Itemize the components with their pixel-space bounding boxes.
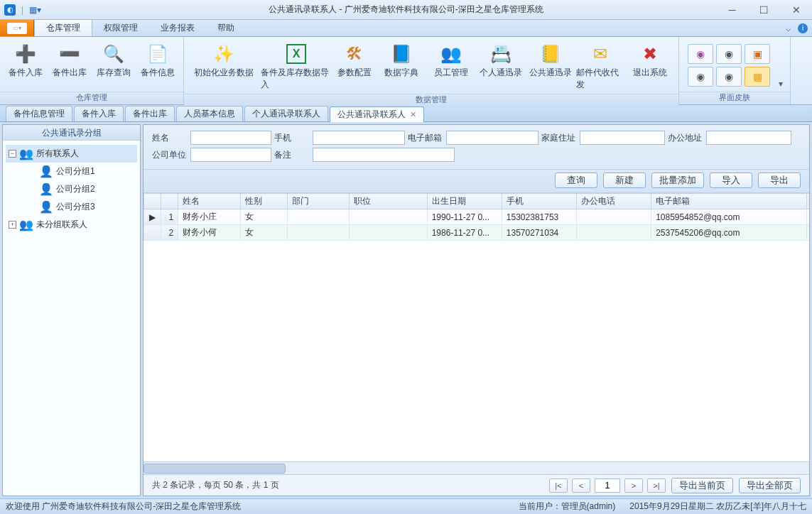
tree-node-0[interactable]: −👥所有联系人: [6, 145, 137, 163]
skin-more-icon[interactable]: ▾: [776, 76, 786, 92]
tree-label: 所有联系人: [36, 148, 79, 160]
skin-option-2[interactable]: ▣: [745, 44, 770, 64]
table-row[interactable]: 2财务小何女1986-11-27 0...1357027103425375452…: [144, 225, 810, 241]
ribbon-员工管理[interactable]: 👥员工管理: [427, 40, 475, 82]
prev-page-button[interactable]: <: [572, 479, 590, 493]
skin-option-3[interactable]: ◉: [688, 67, 713, 87]
col-出生日期[interactable]: 出生日期: [427, 194, 502, 209]
skin-option-5[interactable]: ▦: [745, 67, 770, 87]
tree-icon: 👤: [39, 200, 53, 214]
action-查询[interactable]: 查询: [555, 173, 597, 188]
last-page-button[interactable]: >|: [647, 479, 666, 493]
status-date: 2015年9月29日星期二 农历乙未[羊]年八月十七: [629, 501, 806, 513]
next-page-button[interactable]: >: [624, 479, 643, 493]
ribbon-参数配置[interactable]: 🛠参数配置: [333, 40, 376, 82]
ribbon-备件入库[interactable]: ➕备件入库: [4, 40, 47, 82]
tree-node-4[interactable]: +👥未分组联系人: [6, 216, 137, 234]
file-menu[interactable]: ▭▾: [0, 20, 34, 36]
horizontal-scrollbar[interactable]: [144, 461, 809, 474]
table-row[interactable]: ▶1财务小庄女1990-11-27 0...153023817531085954…: [144, 209, 810, 225]
ribbon-邮件代收代发[interactable]: ✉邮件代收代发: [576, 40, 624, 94]
col-性别[interactable]: 性别: [240, 194, 287, 209]
tree-node-2[interactable]: 👤公司分组2: [6, 180, 137, 198]
skin-option-1[interactable]: ◉: [716, 44, 742, 64]
tree-icon: 👤: [39, 182, 53, 196]
ribbon-退出系统[interactable]: ✖退出系统: [626, 40, 674, 82]
field-input-办公地址[interactable]: [706, 131, 791, 145]
qat-sep: |: [21, 5, 23, 15]
tree-icon: 👤: [39, 165, 53, 178]
status-welcome: 欢迎使用 广州爱奇迪软件科技有限公司-深田之星仓库管理系统: [6, 501, 241, 513]
close-icon[interactable]: ✕: [408, 110, 416, 119]
tree: −👥所有联系人👤公司分组1👤公司分组2👤公司分组3+👥未分组联系人: [3, 141, 140, 496]
export-all-button[interactable]: 导出全部页: [739, 478, 801, 493]
ribbon-数据字典[interactable]: 📘数据字典: [377, 40, 426, 82]
col-电子邮箱[interactable]: 电子邮箱: [651, 194, 807, 209]
grid-area: 姓名性别部门职位出生日期手机办公电话电子邮箱QQ▶1财务小庄女1990-11-2…: [144, 193, 809, 461]
doc-tab-3[interactable]: 人员基本信息: [176, 106, 243, 121]
first-page-button[interactable]: |<: [549, 479, 568, 493]
ribbon-公共通迅录[interactable]: 📒公共通迅录: [526, 40, 575, 82]
action-导入[interactable]: 导入: [710, 173, 752, 188]
doc-tab-4[interactable]: 个人通讯录联系人: [244, 106, 328, 121]
close-button[interactable]: ✕: [780, 0, 812, 19]
field-input-公司单位[interactable]: [190, 148, 271, 162]
title-bar: ◐ | ▦▾ 公共通讯录联系人 - 广州爱奇迪软件科技有限公司-深田之星仓库管理…: [0, 0, 812, 20]
field-label-备注: 备注: [274, 149, 310, 161]
col-职位[interactable]: 职位: [350, 194, 428, 209]
export-current-button[interactable]: 导出当前页: [671, 478, 733, 493]
field-input-姓名[interactable]: [190, 131, 271, 145]
data-grid[interactable]: 姓名性别部门职位出生日期手机办公电话电子邮箱QQ▶1财务小庄女1990-11-2…: [144, 193, 809, 241]
pager-info: 共 2 条记录，每页 50 条，共 1 页: [152, 479, 543, 491]
col-QQ[interactable]: QQ: [807, 194, 809, 209]
field-input-手机[interactable]: [313, 131, 405, 145]
help-icon[interactable]: i: [798, 23, 808, 33]
action-导出[interactable]: 导出: [758, 173, 801, 188]
action-新建[interactable]: 新建: [603, 173, 646, 188]
tree-toggle-icon[interactable]: +: [9, 221, 16, 229]
tree-icon: 👥: [19, 147, 33, 160]
document-tabs: 备件信息管理备件入库备件出库人员基本信息个人通讯录联系人公共通讯录联系人✕: [0, 105, 812, 122]
ribbon-group-label: 界面皮肤: [679, 92, 790, 104]
field-label-家庭住址: 家庭住址: [541, 132, 577, 144]
qat-icon[interactable]: ▦▾: [29, 5, 41, 15]
maximize-button[interactable]: ☐: [748, 0, 780, 19]
menu-tab-3[interactable]: 帮助: [206, 20, 246, 36]
tree-label: 公司分组2: [56, 183, 95, 195]
tree-node-1[interactable]: 👤公司分组1: [6, 163, 137, 180]
col-办公电话[interactable]: 办公电话: [577, 194, 651, 209]
col-姓名[interactable]: 姓名: [178, 194, 241, 209]
field-input-电子邮箱[interactable]: [446, 131, 538, 145]
minimize-button[interactable]: ─: [716, 0, 748, 19]
menu-tab-1[interactable]: 权限管理: [92, 20, 149, 36]
col-部门[interactable]: 部门: [287, 194, 350, 209]
ribbon-collapse-icon[interactable]: ⌵: [786, 23, 791, 33]
skin-option-4[interactable]: ◉: [716, 67, 742, 87]
field-label-办公地址: 办公地址: [668, 132, 703, 144]
action-批量添加[interactable]: 批量添加: [651, 173, 704, 188]
ribbon-备件信息[interactable]: 📄备件信息: [136, 40, 179, 82]
tree-node-3[interactable]: 👤公司分组3: [6, 198, 137, 216]
skin-option-0[interactable]: ◉: [688, 44, 713, 64]
field-input-家庭住址[interactable]: [580, 131, 665, 145]
ribbon-初始化业务数据[interactable]: ✨初始化业务数据: [188, 40, 259, 82]
tree-label: 公司分组1: [56, 165, 95, 177]
doc-tab-2[interactable]: 备件出库: [125, 106, 175, 121]
tree-label: 未分组联系人: [36, 219, 87, 231]
field-input-备注[interactable]: [313, 148, 455, 162]
doc-tab-5[interactable]: 公共通讯录联系人✕: [330, 106, 424, 122]
ribbon-个人通迅录[interactable]: 📇个人通迅录: [477, 40, 525, 82]
ribbon-库存查询[interactable]: 🔍库存查询: [92, 40, 135, 82]
sidebar-title: 公共通讯录分组: [3, 125, 140, 141]
page-input[interactable]: [595, 479, 620, 493]
doc-tab-1[interactable]: 备件入库: [74, 106, 124, 121]
menu-tab-2[interactable]: 业务报表: [149, 20, 206, 36]
action-bar: 查询新建批量添加导入导出: [144, 170, 809, 193]
col-手机[interactable]: 手机: [502, 194, 576, 209]
menu-tab-0[interactable]: 仓库管理: [34, 20, 92, 36]
doc-tab-0[interactable]: 备件信息管理: [6, 106, 72, 121]
ribbon-备件出库[interactable]: ➖备件出库: [48, 40, 91, 82]
pager: 共 2 条记录，每页 50 条，共 1 页 |< < > >| 导出当前页 导出…: [144, 474, 809, 496]
tree-toggle-icon[interactable]: −: [9, 150, 16, 158]
ribbon-备件及库存数据导入[interactable]: X备件及库存数据导入: [261, 40, 332, 94]
